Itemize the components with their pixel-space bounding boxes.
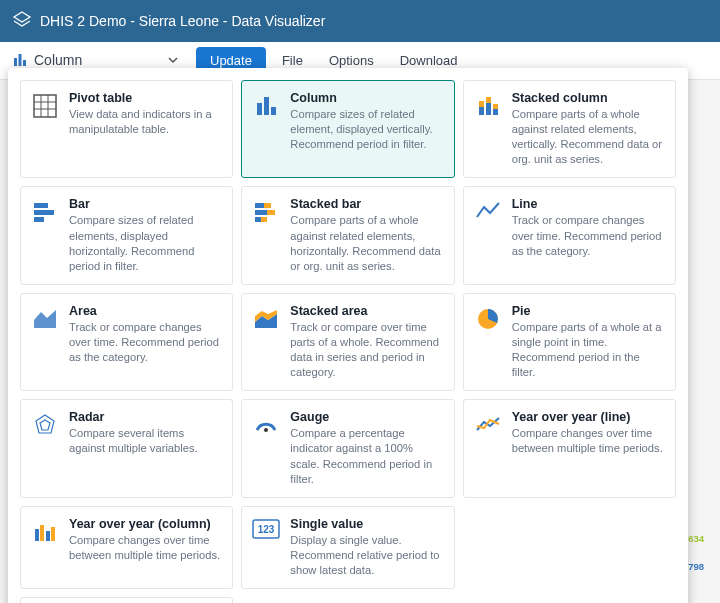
vis-type-title: Year over year (line): [512, 410, 665, 424]
vis-type-card-line[interactable]: Line Track or compare changes over time.…: [463, 186, 676, 284]
vis-type-title: Gauge: [290, 410, 443, 424]
vis-type-desc: Track or compare changes over time. Reco…: [69, 320, 222, 365]
svg-rect-24: [264, 203, 271, 208]
svg-rect-6: [34, 95, 56, 117]
svg-rect-22: [34, 217, 44, 222]
vis-type-body: Stacked bar Compare parts of a whole aga…: [290, 197, 443, 273]
vis-type-desc: Track or compare over time parts of a wh…: [290, 320, 443, 380]
vis-type-card-radar[interactable]: Radar Compare several items against mult…: [20, 399, 233, 497]
pivot-icon: [31, 93, 59, 121]
vis-type-card-yoy-column[interactable]: Year over year (column) Compare changes …: [20, 506, 233, 589]
app-header: DHIS 2 Demo - Sierra Leone - Data Visual…: [0, 0, 720, 42]
svg-rect-2: [23, 60, 26, 66]
vis-type-title: Line: [512, 197, 665, 211]
vis-type-body: Pie Compare parts of a whole at a single…: [512, 304, 665, 380]
single-value-icon: 123: [252, 519, 280, 547]
vis-type-desc: Compare parts of a whole at a single poi…: [512, 320, 665, 380]
vis-type-title: Pie: [512, 304, 665, 318]
vis-type-desc: Compare parts of a whole against related…: [512, 107, 665, 167]
svg-rect-38: [46, 531, 50, 541]
pie-icon: [474, 306, 502, 334]
vis-type-desc: Display a single value. Recommend relati…: [290, 533, 443, 578]
vis-type-desc: View data and indicators in a manipulata…: [69, 107, 222, 137]
svg-rect-1: [19, 54, 22, 66]
line-icon: [474, 199, 502, 227]
vis-type-card-stacked-column[interactable]: Stacked column Compare parts of a whole …: [463, 80, 676, 178]
vis-type-desc: Compare changes over time between multip…: [512, 426, 665, 456]
vis-type-desc: Compare a percentage indicator against a…: [290, 426, 443, 486]
vis-type-card-pie[interactable]: Pie Compare parts of a whole at a single…: [463, 293, 676, 391]
svg-rect-27: [255, 217, 261, 222]
svg-rect-28: [261, 217, 267, 222]
svg-rect-23: [255, 203, 264, 208]
vis-type-card-stacked-bar[interactable]: Stacked bar Compare parts of a whole aga…: [241, 186, 454, 284]
vis-type-title: Area: [69, 304, 222, 318]
gauge-icon: [252, 412, 280, 440]
vis-type-desc: Compare sizes of related element, displa…: [290, 107, 443, 152]
yoy-line-icon: [474, 412, 502, 440]
column-icon: [12, 52, 28, 68]
svg-rect-11: [257, 103, 262, 115]
svg-text:123: 123: [258, 524, 275, 535]
svg-rect-12: [264, 97, 269, 115]
vis-type-body: Year over year (column) Compare changes …: [69, 517, 222, 578]
vis-type-desc: Track or compare changes over time. Reco…: [512, 213, 665, 258]
svg-rect-18: [493, 109, 498, 115]
vis-type-body: Stacked area Track or compare over time …: [290, 304, 443, 380]
vis-type-card-pivot[interactable]: Pivot table View data and indicators in …: [20, 80, 233, 178]
bar-icon: [31, 199, 59, 227]
svg-rect-15: [479, 101, 484, 107]
vis-type-card-map[interactable]: Open as Map Visually plot data on a worl…: [20, 597, 233, 603]
vis-type-title: Stacked bar: [290, 197, 443, 211]
svg-rect-37: [40, 525, 44, 541]
vis-type-title: Year over year (column): [69, 517, 222, 531]
vis-type-card-gauge[interactable]: Gauge Compare a percentage indicator aga…: [241, 399, 454, 497]
vis-type-title: Stacked area: [290, 304, 443, 318]
vis-type-body: Year over year (line) Compare changes ov…: [512, 410, 665, 486]
vis-type-body: Bar Compare sizes of related elements, d…: [69, 197, 222, 273]
vis-type-card-bar[interactable]: Bar Compare sizes of related elements, d…: [20, 186, 233, 284]
svg-point-35: [264, 428, 268, 432]
vis-type-card-stacked-area[interactable]: Stacked area Track or compare over time …: [241, 293, 454, 391]
app-logo: [12, 11, 32, 31]
app-title: DHIS 2 Demo - Sierra Leone - Data Visual…: [40, 13, 325, 29]
svg-marker-34: [40, 420, 50, 430]
vis-type-body: Gauge Compare a percentage indicator aga…: [290, 410, 443, 486]
vis-type-body: Column Compare sizes of related element,…: [290, 91, 443, 167]
svg-rect-16: [486, 103, 491, 115]
vis-type-dropdown: Pivot table View data and indicators in …: [8, 68, 688, 603]
vis-type-title: Single value: [290, 517, 443, 531]
svg-rect-39: [51, 527, 55, 541]
vis-type-desc: Compare sizes of related elements, displ…: [69, 213, 222, 273]
vis-type-title: Bar: [69, 197, 222, 211]
vis-type-card-column[interactable]: Column Compare sizes of related element,…: [241, 80, 454, 178]
vis-type-card-yoy-line[interactable]: Year over year (line) Compare changes ov…: [463, 399, 676, 497]
stacked-area-icon: [252, 306, 280, 334]
vis-type-title: Column: [290, 91, 443, 105]
vis-type-body: Area Track or compare changes over time.…: [69, 304, 222, 380]
vis-type-body: Pivot table View data and indicators in …: [69, 91, 222, 167]
column-icon: [252, 93, 280, 121]
vis-type-body: Line Track or compare changes over time.…: [512, 197, 665, 273]
dhis-logo-icon: [12, 11, 32, 31]
vis-type-label: Column: [34, 52, 162, 68]
vis-type-card-area[interactable]: Area Track or compare changes over time.…: [20, 293, 233, 391]
svg-rect-17: [486, 97, 491, 103]
svg-rect-0: [14, 58, 17, 66]
svg-rect-13: [271, 107, 276, 115]
chevron-down-icon: [168, 55, 178, 65]
svg-rect-19: [493, 104, 498, 109]
svg-rect-36: [35, 529, 39, 541]
vis-type-card-single-value[interactable]: 123 Single value Display a single value.…: [241, 506, 454, 589]
vis-type-desc: Compare parts of a whole against related…: [290, 213, 443, 273]
vis-type-desc: Compare changes over time between multip…: [69, 533, 222, 563]
svg-rect-14: [479, 107, 484, 115]
yoy-column-icon: [31, 519, 59, 547]
vis-type-title: Stacked column: [512, 91, 665, 105]
area-icon: [31, 306, 59, 334]
vis-type-desc: Compare several items against multiple v…: [69, 426, 222, 456]
svg-rect-21: [34, 210, 54, 215]
vis-type-title: Pivot table: [69, 91, 222, 105]
vis-type-title: Radar: [69, 410, 222, 424]
radar-icon: [31, 412, 59, 440]
